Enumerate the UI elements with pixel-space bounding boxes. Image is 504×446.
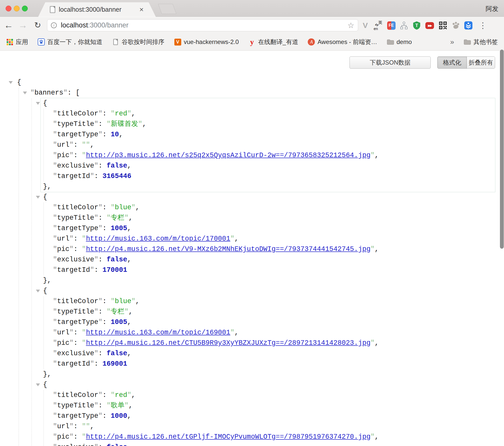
json-literal: 1000 — [111, 412, 127, 420]
more-menu-icon[interactable]: ⋮ — [478, 21, 488, 30]
url-host: localhost — [61, 21, 88, 29]
json-line: { — [41, 98, 495, 109]
awesomes-icon: A — [308, 38, 315, 46]
json-line: "exclusive": false, — [44, 255, 495, 265]
bookmark-baidu[interactable]: 百度一下，你就知道 — [38, 38, 102, 46]
bookmark-awesomes[interactable]: A Awesomes - 前端资… — [308, 38, 377, 46]
json-link[interactable]: http://p4.music.126.net/V9-MXz6b2MNhEKju… — [86, 245, 371, 253]
format-button[interactable]: 格式化 — [438, 57, 467, 68]
json-line: "exclusive": false — [44, 442, 495, 446]
collapse-all-button[interactable]: 折叠所有 — [467, 57, 495, 68]
json-key: pic — [57, 152, 69, 159]
json-line: "titleColor": "blue", — [44, 202, 495, 213]
json-literal: 3165446 — [102, 172, 131, 180]
json-literal: false — [107, 443, 127, 446]
json-literal: false — [107, 162, 127, 170]
bookmarks-bar: 应用 百度一下，你就知道 谷歌按时间排序 V vue-hackernews-2.… — [0, 34, 504, 51]
bookmark-vue-hackernews[interactable]: V vue-hackernews-2.0 — [174, 38, 239, 46]
json-key: typeTitle — [57, 214, 94, 222]
banner-object: {"titleColor": "red","typeTitle": "歌单","… — [41, 380, 495, 446]
tab-close-icon[interactable]: × — [139, 6, 144, 13]
vue-devtools-icon[interactable]: V — [360, 21, 370, 30]
json-tree: {"banners": [{"titleColor": "red","typeT… — [8, 77, 495, 446]
json-line: "pic": "http://p4.music.126.net/CTU5B9R9… — [44, 338, 495, 348]
json-literal: false — [107, 350, 127, 357]
json-key: url — [57, 235, 69, 243]
fatkun-icon[interactable] — [464, 21, 473, 30]
profile-name: 阿发 — [486, 5, 498, 13]
collapse-toggle-icon[interactable] — [23, 92, 27, 94]
json-link[interactable]: http://p4.music.126.net/tGPljf-IMOCyPvum… — [86, 433, 371, 441]
video-downloader-icon[interactable]: ▶▶ — [425, 21, 435, 30]
json-key: url — [57, 141, 69, 149]
collapse-toggle-icon[interactable] — [36, 290, 40, 292]
bookmark-star-icon[interactable]: ☆ — [347, 21, 354, 30]
bookmark-label: 在线翻译_有道 — [258, 38, 298, 46]
json-link[interactable]: http://music.163.com/m/topic/169001 — [86, 329, 230, 336]
json-string: 专栏 — [111, 308, 124, 316]
json-line: "titleColor": "blue", — [44, 296, 495, 307]
json-line: }, — [41, 182, 495, 192]
folder-icon — [387, 39, 394, 45]
json-key: typeTitle — [57, 308, 94, 316]
download-json-button[interactable]: 下载JSON数据 — [349, 56, 431, 69]
json-line: "typeTitle": "专栏", — [44, 307, 495, 317]
json-line: "typeTitle": "歌单", — [44, 400, 495, 411]
mac-minimize-button[interactable] — [14, 6, 20, 11]
json-line: "url": "", — [44, 140, 495, 150]
url-text[interactable]: localhost:3000/banner — [61, 21, 347, 29]
bookmark-label: 百度一下，你就知道 — [47, 38, 102, 46]
json-key: targetType — [57, 131, 98, 138]
address-bar[interactable]: i localhost:3000/banner ☆ — [47, 19, 358, 31]
tampermonkey-icon[interactable]: T — [412, 21, 422, 30]
page-info-icon[interactable]: i — [51, 22, 57, 28]
json-line: "pic": "http://p4.music.126.net/V9-MXz6b… — [44, 244, 495, 255]
collapse-toggle-icon[interactable] — [36, 102, 40, 105]
collapse-toggle-icon[interactable] — [9, 81, 13, 84]
view-mode-button-group: 格式化 折叠所有 — [437, 56, 495, 69]
json-line: "targetId": 170001 — [44, 265, 495, 275]
json-key: titleColor — [57, 298, 98, 305]
bookmark-youdao[interactable]: y 在线翻译_有道 — [248, 38, 298, 46]
json-key: exclusive — [57, 256, 94, 263]
banner-object: {"titleColor": "red","typeTitle": "新碟首发"… — [41, 98, 495, 192]
bookmark-google-sort[interactable]: 谷歌按时间排序 — [112, 38, 164, 46]
new-tab-button[interactable] — [158, 4, 177, 14]
window-titlebar: localhost:3000/banner × 阿发 — [0, 0, 504, 17]
json-line: }, — [41, 369, 495, 380]
bookmark-other-folder[interactable]: 其他书签 — [464, 38, 498, 46]
json-link[interactable]: http://p3.music.126.net/s25q2x5QyqsAzilC… — [86, 152, 371, 159]
json-line: "url": "http://music.163.com/m/topic/170… — [44, 234, 495, 244]
json-key: url — [57, 423, 69, 430]
translate-icon[interactable]: 英 en ⇄ — [373, 21, 383, 30]
bookmarks-overflow-icon[interactable]: » — [450, 38, 454, 46]
json-string: red — [115, 110, 127, 117]
json-literal: false — [107, 256, 127, 263]
json-string: blue — [115, 298, 131, 305]
fe-helper-icon[interactable]: FE — [386, 21, 396, 30]
json-line: "typeTitle": "新碟首发", — [44, 119, 495, 129]
json-literal: 1005 — [111, 225, 127, 232]
json-link[interactable]: http://music.163.com/m/topic/170001 — [86, 235, 230, 243]
browser-tab[interactable]: localhost:3000/banner × — [38, 2, 156, 17]
json-line: "targetType": 1000, — [44, 411, 495, 421]
bookmark-apps[interactable]: 应用 — [6, 38, 28, 46]
qr-code-icon[interactable] — [438, 21, 448, 30]
mac-zoom-button[interactable] — [22, 6, 28, 11]
json-key: exclusive — [57, 443, 94, 446]
json-key: targetId — [57, 172, 90, 180]
json-key: pic — [57, 433, 69, 441]
json-link[interactable]: http://p4.music.126.net/CTU5B9R9y3XyYBZX… — [86, 339, 371, 347]
collapse-toggle-icon[interactable] — [36, 383, 40, 386]
svg-text:T: T — [415, 23, 418, 28]
json-line: "url": "", — [44, 421, 495, 432]
mac-close-button[interactable] — [6, 6, 11, 11]
reload-icon[interactable]: ↻ — [32, 19, 44, 31]
collapse-toggle-icon[interactable] — [36, 196, 40, 199]
scrollbar-thumb[interactable] — [500, 50, 504, 249]
paw-icon[interactable] — [451, 21, 460, 30]
json-line: "exclusive": false, — [44, 161, 495, 171]
bookmark-demo-folder[interactable]: demo — [387, 38, 412, 46]
sitemap-icon[interactable] — [399, 21, 409, 30]
back-icon[interactable]: ← — [3, 19, 15, 31]
